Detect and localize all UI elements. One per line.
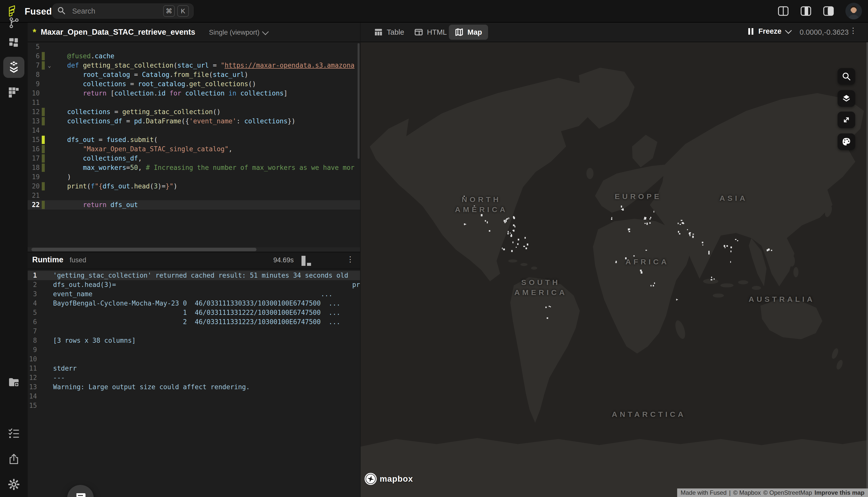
map-point [767, 249, 768, 251]
runtime-output-line: 4BayofBengal-Cyclone-Mocha-May-23 0 46/0… [28, 299, 360, 308]
tab-table[interactable]: Table [368, 25, 410, 40]
chat-bubble-button[interactable] [67, 485, 94, 497]
attribution-mapbox-link[interactable]: © Mapbox [733, 489, 761, 496]
code-line[interactable]: 8 root_catalog = Catalog.from_file(stac_… [28, 70, 360, 80]
unsaved-marker: * [33, 27, 36, 38]
tasks-checklist-icon[interactable] [3, 423, 24, 444]
map-layers-button[interactable] [838, 90, 855, 107]
code-line[interactable]: 10 return [collection.id for collection … [28, 89, 360, 98]
attribution-osm-link[interactable]: © OpenStreetMap [763, 489, 812, 496]
map-canvas[interactable]: NORTH AMERICAEUROPEASIAAFRICASOUTH AMERI… [361, 42, 868, 497]
udf-layers-tab[interactable] [3, 57, 24, 78]
map-point [629, 231, 630, 232]
map-continent-label: ANTARCTICA [612, 409, 686, 420]
map-point [730, 246, 732, 248]
output-tabs-bar: Table HTML Map Freeze 0.0000,-0.3623 ⋮ [361, 23, 868, 42]
map-point [514, 225, 515, 227]
code-line[interactable]: 7⌄def getting_stac_collection(stac_url =… [28, 61, 360, 70]
code-line[interactable]: 16 "Maxar_Open_Data_STAC_single_catalog"… [28, 144, 360, 154]
map-point [689, 234, 690, 236]
runtime-menu-kebab[interactable]: ⋮ [346, 255, 354, 264]
map-menu-kebab[interactable]: ⋮ [850, 26, 857, 35]
map-point [508, 231, 509, 233]
settings-gear-icon[interactable] [3, 474, 24, 495]
runtime-output-line: 11stderr [28, 364, 360, 373]
map-point [523, 246, 525, 247]
tab-map-label: Map [467, 28, 482, 37]
map-point [641, 271, 643, 274]
map-point [653, 211, 654, 213]
map-palette-button[interactable] [838, 133, 855, 150]
gutter-change-marker [42, 61, 45, 70]
tab-table-label: Table [387, 28, 404, 37]
runtime-output-line: 10 [28, 355, 360, 364]
freeze-button[interactable]: Freeze [748, 27, 791, 36]
layout-columns-icon[interactable] [777, 5, 789, 17]
map-point [654, 282, 655, 284]
code-line[interactable]: 14 [28, 126, 360, 135]
top-right-controls [777, 0, 862, 22]
run-mode-dropdown[interactable]: Single (viewport) [209, 29, 268, 37]
map-point [727, 245, 728, 247]
map-search-button[interactable] [838, 68, 855, 85]
map-point [625, 257, 626, 259]
layout-center-pane-icon[interactable] [800, 5, 812, 17]
world-landmasses [361, 42, 868, 497]
code-line[interactable]: 6@fused.cache [28, 52, 360, 61]
mapbox-logo[interactable]: mapbox [364, 472, 413, 485]
code-line[interactable]: 9 collections = root_catalog.get_collect… [28, 80, 360, 89]
map-point [506, 218, 508, 219]
map-point [644, 218, 645, 219]
code-line[interactable]: 11 [28, 98, 360, 107]
map-point [481, 214, 483, 216]
layout-right-pane-icon[interactable] [823, 5, 834, 17]
map-point [527, 243, 528, 245]
map-point [489, 230, 490, 232]
map-scrollbar[interactable] [867, 42, 868, 497]
code-vertical-scrollbar[interactable] [358, 43, 360, 159]
attribution-improve-link[interactable]: Improve this map [814, 489, 865, 496]
share-icon[interactable] [3, 449, 24, 470]
map-expand-button[interactable] [838, 112, 855, 128]
files-icon[interactable] [3, 372, 24, 393]
code-line[interactable]: 17 collections_df, [28, 154, 360, 163]
map-point [615, 262, 617, 263]
git-branch-icon[interactable] [3, 12, 24, 33]
map-point [547, 317, 548, 319]
map-point [730, 261, 731, 263]
map-point [640, 270, 642, 271]
code-line[interactable]: 15dfs_out = fused.submit( [28, 135, 360, 144]
map-point [708, 251, 709, 253]
attribution-made-with-fused[interactable]: Made with Fused [681, 489, 727, 496]
map-point [621, 205, 622, 208]
map-point [687, 229, 688, 230]
pause-icon [748, 28, 754, 35]
map-point [678, 231, 679, 233]
user-avatar[interactable] [845, 3, 862, 19]
runtime-bars-icon[interactable] [301, 255, 314, 267]
map-point [692, 234, 694, 235]
code-lines[interactable]: 56@fused.cache7⌄def getting_stac_collect… [28, 42, 360, 247]
search-input[interactable]: Search ⌘ K [52, 3, 194, 18]
map-point [629, 228, 630, 230]
code-horizontal-scrollbar[interactable] [28, 247, 360, 252]
code-line[interactable]: 22 return dfs_out [28, 200, 360, 210]
fold-chevron-icon[interactable]: ⌄ [48, 61, 51, 70]
runtime-output-line: 13Warning: Large output size could affec… [28, 382, 360, 392]
code-line[interactable]: 18 max_workers=50, # Increasing the numb… [28, 163, 360, 172]
dashboard-icon[interactable] [3, 32, 24, 53]
code-line[interactable]: 5 [28, 42, 360, 52]
udf-title: Maxar_Open_Data_STAC_retrieve_events [41, 28, 195, 37]
tab-html[interactable]: HTML [408, 25, 453, 40]
code-line[interactable]: 20print(f"{dfs_out.head(3)=}") [28, 182, 360, 191]
code-line[interactable]: 19) [28, 172, 360, 182]
map-point [511, 250, 513, 252]
map-point [503, 248, 505, 250]
blocks-icon[interactable] [3, 82, 24, 103]
code-line[interactable]: 12collections = getting_stac_collection(… [28, 107, 360, 117]
map-point [513, 224, 514, 226]
tab-map[interactable]: Map [449, 25, 488, 40]
code-line[interactable]: 13collections_df = pd.DataFrame({'event_… [28, 117, 360, 126]
map-continent-label: SOUTH AMERICA [514, 278, 567, 298]
code-line[interactable]: 21 [28, 191, 360, 200]
